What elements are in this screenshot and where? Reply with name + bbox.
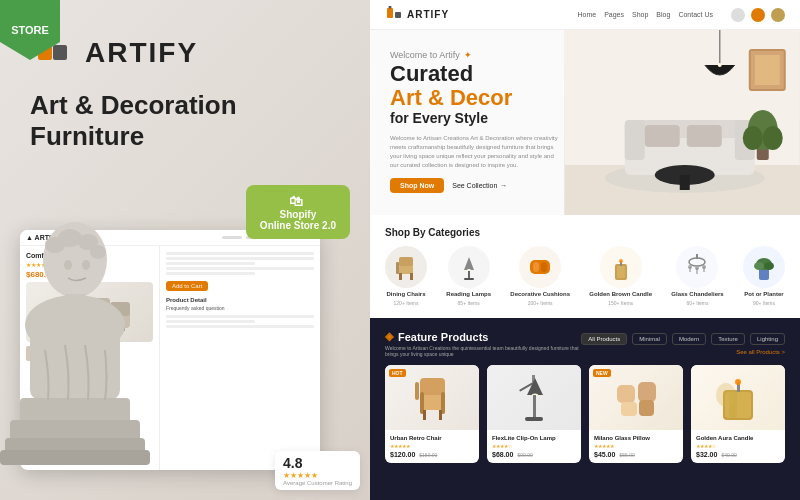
product-card-pillow[interactable]: NEW Milano Glass Pillow ★★★★★ <box>589 365 683 463</box>
svg-rect-33 <box>624 120 644 160</box>
candle-icon <box>606 252 636 282</box>
category-label: Dining Chairs <box>386 291 425 297</box>
shop-now-button[interactable]: Shop Now <box>390 178 444 193</box>
product-card-body-candle: Golden Aura Candle ★★★★☆ $32.00 $40.00 <box>691 430 785 463</box>
main-container: STORE ARTIFY Art & Decoration Furniture … <box>0 0 800 500</box>
svg-rect-57 <box>541 262 547 272</box>
nav-search-icon[interactable] <box>731 8 745 22</box>
nav-item-blog[interactable]: Blog <box>656 11 670 18</box>
svg-point-40 <box>717 63 721 67</box>
product-detail-label: Product Detail <box>166 297 314 303</box>
see-collection-button[interactable]: See Collection → <box>452 182 507 189</box>
product-price-candle: $32.00 <box>696 451 717 458</box>
product-price-pillow: $45.00 <box>594 451 615 458</box>
svg-point-13 <box>58 229 82 247</box>
desc-line <box>166 315 314 318</box>
product-oldprice-pillow: $55.00 <box>619 452 634 458</box>
lamp-icon <box>454 252 484 282</box>
product-card-chair[interactable]: HOT Urban R <box>385 365 479 463</box>
desc-lines-2 <box>166 315 314 328</box>
svg-rect-47 <box>399 257 413 267</box>
hero-section: Welcome to Artify ✦ Curated Art & Decor … <box>370 30 800 215</box>
nav-item-shop[interactable]: Shop <box>632 11 648 18</box>
categories-title: Shop By Categories <box>385 227 785 238</box>
category-circle-chandeliers <box>676 246 718 288</box>
product-name-pillow: Milano Glass Pillow <box>594 435 678 441</box>
feature-filters: All Products Minimal Modern Texture Ligh… <box>581 333 785 345</box>
screen-add-btn[interactable]: Add to Cart <box>166 281 208 291</box>
category-item-planters[interactable]: Pot or Planter 90+ Items <box>743 246 785 306</box>
category-count: 90+ Items <box>753 300 775 306</box>
svg-rect-80 <box>533 395 536 417</box>
product-card-lamp[interactable]: FlexLite Clip-On Lamp ★★★★☆ $68.00 $90.0… <box>487 365 581 463</box>
svg-point-16 <box>64 260 72 270</box>
svg-rect-36 <box>686 125 721 147</box>
filter-lighting[interactable]: Lighting <box>750 333 785 345</box>
statue-figure <box>0 220 160 500</box>
screen-right: Add to Cart Product Detail Frequently as… <box>160 246 320 470</box>
site-logo: ARTIFY <box>385 6 449 24</box>
hero-buttons: Shop Now See Collection → <box>390 178 587 193</box>
category-item-cushions[interactable]: Decorative Cushions 200+ Items <box>510 246 570 306</box>
svg-point-70 <box>764 262 774 270</box>
rating-score: 4.8 <box>283 455 352 471</box>
product-name-lamp: FlexLite Clip-On Lamp <box>492 435 576 441</box>
desc-line <box>166 320 255 323</box>
svg-rect-48 <box>399 266 413 274</box>
product-card-body-lamp: FlexLite Clip-On Lamp ★★★★☆ $68.00 $90.0… <box>487 430 581 463</box>
svg-point-44 <box>762 126 782 150</box>
filter-texture[interactable]: Texture <box>711 333 745 345</box>
svg-rect-35 <box>644 125 679 147</box>
product-img-candle <box>691 365 785 430</box>
svg-point-91 <box>735 379 741 385</box>
nav-item-contact[interactable]: Contact Us <box>678 11 713 18</box>
category-count: 120+ Items <box>394 300 419 306</box>
svg-rect-25 <box>387 8 393 18</box>
nav-item-pages[interactable]: Pages <box>604 11 624 18</box>
faq-label: Frequently asked question <box>166 305 314 311</box>
feature-header: ◈ Feature Products Welcome to Artisan Cr… <box>385 330 785 357</box>
category-item-candles[interactable]: Golden Brown Candle 150+ Items <box>589 246 652 306</box>
svg-rect-84 <box>638 382 656 402</box>
desc-line <box>166 267 314 270</box>
category-count: 200+ Items <box>528 300 553 306</box>
product-card-candle[interactable]: Golden Aura Candle ★★★★☆ $32.00 $40.00 <box>691 365 785 463</box>
filter-modern[interactable]: Modern <box>672 333 706 345</box>
svg-point-63 <box>689 258 705 266</box>
svg-rect-75 <box>423 410 426 420</box>
right-panel: ARTIFY Home Pages Shop Blog Contact Us <box>370 0 800 500</box>
product-price-chair: $120.00 <box>390 451 415 458</box>
desc-line <box>166 325 314 328</box>
category-label: Decorative Cushions <box>510 291 570 297</box>
desc-line <box>166 262 255 265</box>
product-name-candle: Golden Aura Candle <box>696 435 780 441</box>
svg-rect-49 <box>399 273 402 280</box>
tagline: Art & Decoration Furniture <box>0 90 370 152</box>
svg-rect-51 <box>396 262 399 274</box>
filter-all[interactable]: All Products <box>581 333 627 345</box>
hero-title-artdecor: Art & Decor <box>390 86 587 110</box>
chandelier-icon <box>682 252 712 282</box>
product-card-body-pillow: Milano Glass Pillow ★★★★★ $45.00 $55.00 <box>589 430 683 463</box>
brand-name: ARTIFY <box>85 37 198 69</box>
product-name-chair: Urban Retro Chair <box>390 435 474 441</box>
category-item-chandeliers[interactable]: Glass Chandeliers 60+ Items <box>671 246 723 306</box>
svg-point-92 <box>716 383 736 407</box>
product-stars-candle: ★★★★☆ <box>696 443 780 449</box>
category-circle-planters <box>743 246 785 288</box>
site-nav-icons <box>731 8 785 22</box>
product-price-lamp: $68.00 <box>492 451 513 458</box>
nav-cart-icon[interactable] <box>771 8 785 22</box>
product-badge-hot: HOT <box>389 369 406 377</box>
svg-rect-77 <box>415 382 419 400</box>
category-item-lamps[interactable]: Reading Lamps 85+ Items <box>446 246 491 306</box>
category-item-chairs[interactable]: Dining Chairs 120+ Items <box>385 246 427 306</box>
nav-item-home[interactable]: Home <box>577 11 596 18</box>
nav-avatar-icon[interactable] <box>751 8 765 22</box>
see-all-products[interactable]: See all Products > <box>736 349 785 355</box>
svg-rect-53 <box>464 278 474 280</box>
product-stars-pillow: ★★★★★ <box>594 443 678 449</box>
product-badge-new: NEW <box>593 369 611 377</box>
filter-minimal[interactable]: Minimal <box>632 333 667 345</box>
svg-rect-83 <box>617 385 635 403</box>
